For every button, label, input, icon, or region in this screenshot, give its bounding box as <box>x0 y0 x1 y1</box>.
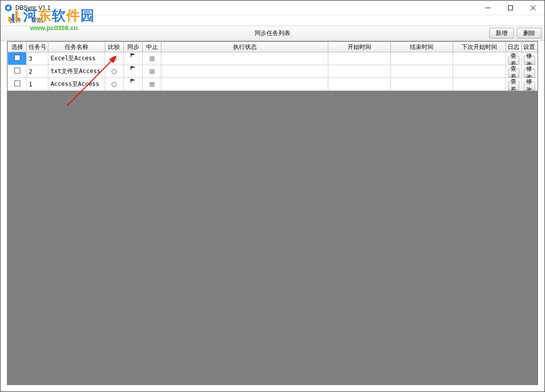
col-log[interactable]: 日志 <box>506 42 521 52</box>
view-button[interactable]: 查看 <box>508 81 519 90</box>
table-row[interactable]: 3Excel至Access查看修改 <box>8 52 538 65</box>
sync-cell[interactable] <box>124 78 143 91</box>
col-compare[interactable]: 比较 <box>105 42 123 52</box>
col-start[interactable]: 开始时间 <box>328 42 390 52</box>
compare-cell[interactable] <box>105 52 123 65</box>
stop-icon <box>150 56 155 61</box>
start-cell <box>328 52 390 65</box>
col-next[interactable]: 下次开始时间 <box>453 42 506 52</box>
taskname-cell: Excel至Access <box>48 52 105 65</box>
col-end[interactable]: 结束时间 <box>390 42 453 52</box>
stop-cell[interactable] <box>143 52 161 65</box>
flag-icon <box>126 65 140 78</box>
select-cell[interactable] <box>8 78 27 91</box>
view-button[interactable]: 查看 <box>508 69 519 78</box>
end-cell <box>390 65 453 78</box>
log-cell: 查看 <box>506 65 521 78</box>
modify-button[interactable]: 修改 <box>524 69 535 78</box>
minimize-button[interactable] <box>476 0 499 15</box>
taskno-cell: 2 <box>27 65 48 78</box>
col-sync[interactable]: 同步 <box>124 42 143 52</box>
circle-icon <box>112 69 117 74</box>
next-cell <box>453 65 506 78</box>
grid-header-row: 选择 任务号 任务名称 比较 同步 中止 执行状态 开始时间 结束时间 下次开始… <box>8 42 538 52</box>
stop-cell[interactable] <box>143 78 161 91</box>
stop-icon <box>150 82 155 87</box>
start-cell <box>328 65 390 78</box>
close-button[interactable] <box>522 0 545 15</box>
next-cell <box>453 52 506 65</box>
stop-icon <box>150 69 155 74</box>
checkbox-icon[interactable] <box>14 55 20 61</box>
menubar: 文件 帮助 <box>0 15 545 26</box>
taskname-cell: txt文件至Access <box>48 65 105 78</box>
titlebar: DBSync V1.1 <box>0 0 545 15</box>
next-cell <box>453 78 506 91</box>
circle-icon <box>112 56 117 61</box>
task-grid: 选择 任务号 任务名称 比较 同步 中止 执行状态 开始时间 结束时间 下次开始… <box>7 41 538 91</box>
select-cell[interactable] <box>8 65 27 78</box>
select-cell[interactable] <box>8 52 27 65</box>
menu-help[interactable]: 帮助 <box>26 15 48 26</box>
settings-cell: 修改 <box>521 65 537 78</box>
compare-cell[interactable] <box>105 65 123 78</box>
status-cell <box>161 52 328 65</box>
end-cell <box>390 52 453 65</box>
modify-button[interactable]: 修改 <box>524 81 535 90</box>
window-title: DBSync V1.1 <box>15 4 50 11</box>
menu-file[interactable]: 文件 <box>4 15 26 26</box>
col-stop[interactable]: 中止 <box>143 42 161 52</box>
flag-icon <box>126 52 140 65</box>
log-cell: 查看 <box>506 78 521 91</box>
compare-cell[interactable] <box>105 78 123 91</box>
list-title: 同步任务列表 <box>0 29 545 38</box>
col-name[interactable]: 任务名称 <box>48 42 105 52</box>
maximize-button[interactable] <box>499 0 522 15</box>
start-cell <box>328 78 390 91</box>
table-row[interactable]: 2txt文件至Access查看修改 <box>8 65 538 78</box>
modify-button[interactable]: 修改 <box>524 56 535 65</box>
col-select[interactable]: 选择 <box>8 42 27 52</box>
svg-rect-2 <box>508 6 513 10</box>
toolbar: 同步任务列表 新增 删除 <box>0 26 545 41</box>
settings-cell: 修改 <box>521 78 537 91</box>
settings-cell: 修改 <box>521 52 537 65</box>
checkbox-icon[interactable] <box>14 68 20 74</box>
delete-button[interactable]: 删除 <box>517 28 542 39</box>
circle-icon <box>112 82 117 87</box>
col-set[interactable]: 设置 <box>521 42 537 52</box>
flag-icon <box>126 78 140 90</box>
status-cell <box>161 78 328 91</box>
add-button[interactable]: 新增 <box>489 28 514 39</box>
taskno-cell: 1 <box>27 78 48 91</box>
col-taskno[interactable]: 任务号 <box>27 42 48 52</box>
table-row[interactable]: 1Access至Access查看修改 <box>8 78 538 91</box>
sync-cell[interactable] <box>124 65 143 78</box>
grid-container: 选择 任务号 任务名称 比较 同步 中止 执行状态 开始时间 结束时间 下次开始… <box>7 41 538 385</box>
checkbox-icon[interactable] <box>14 80 20 86</box>
status-cell <box>161 65 328 78</box>
end-cell <box>390 78 453 91</box>
sync-cell[interactable] <box>124 52 143 65</box>
taskno-cell: 3 <box>27 52 48 65</box>
taskname-cell: Access至Access <box>48 78 105 91</box>
stop-cell[interactable] <box>143 65 161 78</box>
col-status[interactable]: 执行状态 <box>161 42 328 52</box>
view-button[interactable]: 查看 <box>508 56 519 65</box>
log-cell: 查看 <box>506 52 521 65</box>
app-icon <box>4 4 12 12</box>
